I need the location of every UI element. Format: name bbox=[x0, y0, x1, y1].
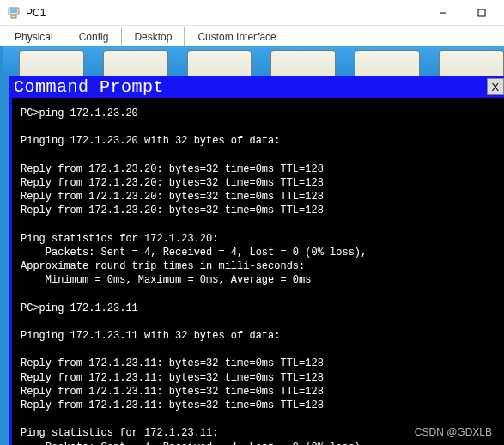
dock-app-icon[interactable] bbox=[187, 50, 252, 76]
command-prompt-output[interactable]: PC>ping 172.1.23.20 Pinging 172.1.23.20 … bbox=[9, 98, 504, 445]
watermark: CSDN @GDXLB bbox=[415, 426, 492, 438]
svg-rect-1 bbox=[10, 9, 17, 13]
tab-label: Physical bbox=[15, 31, 53, 43]
tab-physical[interactable]: Physical bbox=[2, 27, 66, 46]
window-titlebar: PC1 bbox=[0, 0, 504, 26]
desktop-left-border bbox=[0, 46, 9, 445]
tab-desktop[interactable]: Desktop bbox=[121, 27, 185, 46]
dock-app-icon[interactable] bbox=[270, 50, 336, 76]
tab-label: Desktop bbox=[134, 31, 172, 43]
window-title: PC1 bbox=[26, 7, 46, 19]
command-prompt-title: Command Prompt bbox=[14, 77, 164, 97]
desktop-background bbox=[0, 46, 504, 76]
svg-rect-2 bbox=[11, 15, 16, 18]
dock-app-icon[interactable] bbox=[103, 50, 168, 76]
desktop-dock bbox=[19, 50, 504, 76]
pc-icon bbox=[7, 6, 21, 20]
dock-app-icon[interactable] bbox=[355, 50, 420, 76]
command-prompt-titlebar[interactable]: Command Prompt X bbox=[9, 76, 504, 98]
command-prompt-window: Command Prompt X PC>ping 172.1.23.20 Pin… bbox=[9, 76, 504, 445]
maximize-button[interactable] bbox=[462, 1, 501, 25]
dock-app-icon[interactable] bbox=[19, 50, 84, 76]
minimize-button[interactable] bbox=[423, 1, 462, 25]
dock-app-icon[interactable] bbox=[439, 50, 504, 76]
tab-strip: Physical Config Desktop Custom Interface bbox=[0, 26, 504, 46]
close-icon: X bbox=[491, 81, 499, 94]
tab-label: Config bbox=[79, 31, 109, 43]
command-prompt-close-button[interactable]: X bbox=[487, 78, 504, 95]
tab-config[interactable]: Config bbox=[66, 27, 122, 46]
svg-rect-4 bbox=[478, 9, 485, 16]
tab-custom-interface[interactable]: Custom Interface bbox=[185, 27, 288, 46]
tab-label: Custom Interface bbox=[197, 31, 276, 43]
